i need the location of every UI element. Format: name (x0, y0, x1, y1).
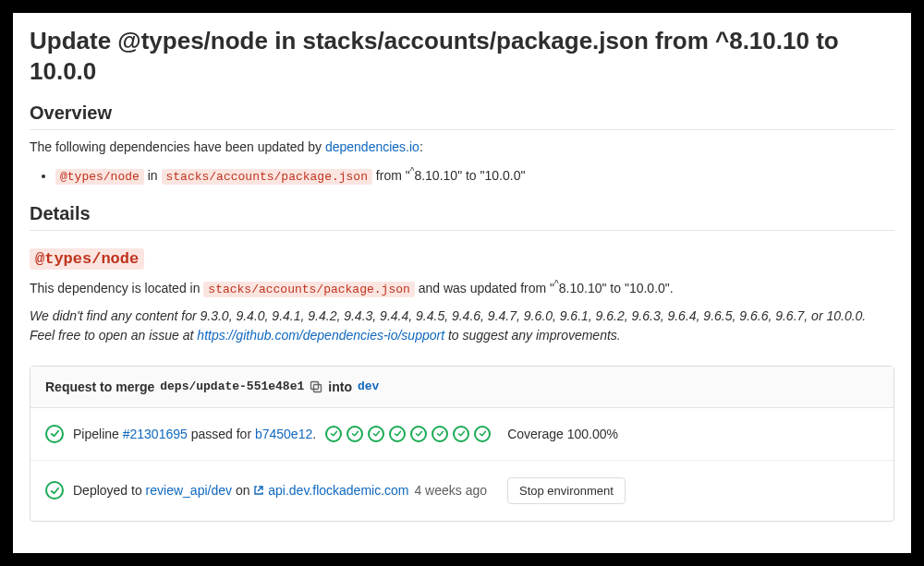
target-branch-link[interactable]: dev (358, 379, 379, 393)
pipeline-row: Pipeline #21301695 passed for b7450e12. … (30, 408, 894, 461)
dependencies-io-link[interactable]: dependencies.io (325, 139, 419, 154)
source-branch: deps/update-551e48e1 (160, 379, 304, 393)
details-heading: Details (30, 203, 894, 231)
copy-icon[interactable] (310, 380, 322, 393)
pipeline-stage-icon[interactable] (368, 426, 384, 442)
merge-header: Request to merge deps/update-551e48e1 in… (30, 367, 894, 408)
overview-intro: The following dependencies have been upd… (30, 138, 894, 157)
pipeline-stage-icon[interactable] (325, 426, 342, 442)
package-heading: @types/node (30, 247, 894, 268)
external-link-icon (253, 485, 264, 496)
stop-environment-button[interactable]: Stop environment (507, 477, 626, 504)
support-link[interactable]: https://github.com/dependencies-io/suppo… (197, 328, 444, 343)
dependency-location-text: This dependency is located in stacks/acc… (30, 277, 894, 298)
file-path-code: stacks/accounts/package.json (162, 169, 372, 185)
missing-content-note: We didn't find any content for 9.3.0, 9.… (30, 307, 894, 345)
pipeline-stages (325, 426, 491, 442)
pipeline-stage-icon[interactable] (346, 426, 363, 442)
deployment-url-link[interactable]: api.dev.flockademic.com (268, 483, 408, 498)
pipeline-stage-icon[interactable] (474, 426, 491, 442)
svg-rect-1 (311, 381, 319, 389)
check-circle-icon (45, 481, 64, 500)
deployment-time: 4 weeks ago (414, 483, 487, 498)
pipeline-id-link[interactable]: #21301695 (123, 427, 188, 441)
package-name-code: @types/node (55, 169, 144, 185)
pipeline-stage-icon[interactable] (410, 426, 427, 442)
overview-heading: Overview (30, 102, 894, 130)
coverage-text: Coverage 100.00% (507, 427, 618, 441)
pipeline-stage-icon[interactable] (432, 426, 448, 442)
file-path-code: stacks/accounts/package.json (203, 282, 414, 297)
check-circle-icon (45, 425, 64, 443)
pipeline-stage-icon[interactable] (453, 426, 469, 442)
commit-link[interactable]: b7450e12 (255, 427, 312, 441)
dependency-list-item: @types/node in stacks/accounts/package.j… (55, 164, 894, 187)
deployment-row: Deployed to review_api/dev on api.dev.fl… (30, 461, 894, 521)
environment-link[interactable]: review_api/dev (146, 483, 232, 498)
merge-request-widget: Request to merge deps/update-551e48e1 in… (30, 366, 894, 522)
page-title: Update @types/node in stacks/accounts/pa… (30, 26, 894, 86)
svg-rect-0 (314, 384, 322, 391)
pipeline-stage-icon[interactable] (389, 426, 406, 442)
